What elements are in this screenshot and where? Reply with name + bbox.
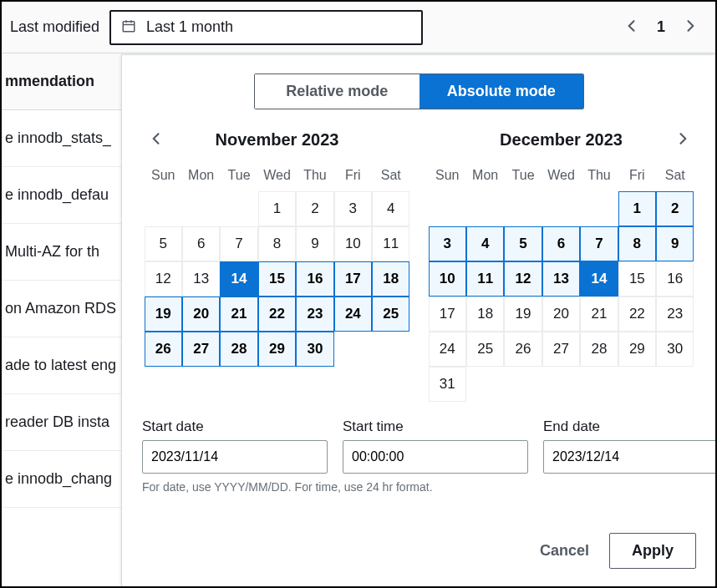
day-of-week-label: Mon xyxy=(466,161,504,191)
calendar-day[interactable]: 9 xyxy=(296,226,333,261)
calendar-day[interactable]: 10 xyxy=(334,226,372,261)
calendar-day[interactable]: 7 xyxy=(220,226,257,261)
calendar-left: November 2023 SunMonTueWedThuFriSat 1234… xyxy=(145,124,410,402)
row-text: reader DB insta xyxy=(5,413,109,431)
calendar-day[interactable]: 27 xyxy=(542,332,580,367)
calendar-icon xyxy=(121,18,136,36)
calendar-day[interactable]: 6 xyxy=(542,226,580,261)
page-prev-button[interactable] xyxy=(620,14,643,40)
calendar-empty-cell xyxy=(580,191,618,226)
calendar-day[interactable]: 28 xyxy=(580,332,618,367)
calendar-day[interactable]: 5 xyxy=(145,226,182,261)
calendar-day[interactable]: 23 xyxy=(296,297,333,332)
calendar-empty-cell xyxy=(372,332,409,367)
calendar-day[interactable]: 27 xyxy=(182,332,220,367)
calendar-day[interactable]: 1 xyxy=(258,191,296,226)
calendar-empty-cell xyxy=(145,191,182,226)
calendar-day[interactable]: 4 xyxy=(372,191,409,226)
day-of-week-label: Sun xyxy=(429,161,466,191)
calendar-day[interactable]: 25 xyxy=(466,332,504,367)
calendar-day[interactable]: 24 xyxy=(334,297,372,332)
calendar-day[interactable]: 31 xyxy=(429,367,466,402)
calendar-day[interactable]: 4 xyxy=(466,226,504,261)
calendar-empty-cell xyxy=(504,191,542,226)
calendar-day[interactable]: 2 xyxy=(656,191,694,226)
calendar-day[interactable]: 30 xyxy=(296,332,333,367)
calendar-day[interactable]: 26 xyxy=(504,332,542,367)
calendar-day[interactable]: 28 xyxy=(220,332,257,367)
row-text: e innodb_stats_ xyxy=(5,129,111,147)
calendar-day[interactable]: 3 xyxy=(334,191,372,226)
calendar-day[interactable]: 25 xyxy=(372,297,409,332)
calendar-day[interactable]: 19 xyxy=(504,297,542,332)
apply-button[interactable]: Apply xyxy=(609,533,696,569)
calendar-day[interactable]: 15 xyxy=(258,261,296,297)
relative-mode-button[interactable]: Relative mode xyxy=(255,74,420,109)
start-date-input[interactable] xyxy=(142,440,328,474)
calendar-day[interactable]: 20 xyxy=(182,297,220,332)
day-of-week-label: Fri xyxy=(334,161,372,191)
cancel-button[interactable]: Cancel xyxy=(540,542,589,560)
calendar-day[interactable]: 3 xyxy=(429,226,466,261)
calendar-day[interactable]: 7 xyxy=(580,226,618,261)
calendar-empty-cell xyxy=(656,367,694,402)
end-date-label: End date xyxy=(543,418,717,435)
calendar-empty-cell xyxy=(542,367,580,402)
calendar-empty-cell xyxy=(580,367,618,402)
calendar-day[interactable]: 13 xyxy=(542,261,580,297)
calendar-right: December 2023 SunMonTueWedThuFriSat 1234… xyxy=(429,124,694,402)
date-filter-input[interactable]: Last 1 month xyxy=(109,10,423,45)
calendar-day[interactable]: 16 xyxy=(656,261,694,297)
calendar-day[interactable]: 2 xyxy=(296,191,333,226)
calendar-day[interactable]: 21 xyxy=(580,297,618,332)
calendar-day[interactable]: 22 xyxy=(618,297,656,332)
calendar-day[interactable]: 11 xyxy=(372,226,409,261)
calendar-day[interactable]: 12 xyxy=(145,261,182,297)
calendar-day[interactable]: 17 xyxy=(334,261,372,297)
start-time-label: Start time xyxy=(343,418,528,435)
calendar-day[interactable]: 8 xyxy=(618,226,656,261)
calendar-day[interactable]: 30 xyxy=(656,332,694,367)
calendar-day[interactable]: 14 xyxy=(580,261,618,297)
day-of-week-label: Tue xyxy=(220,161,257,191)
calendar-day[interactable]: 18 xyxy=(466,297,504,332)
calendar-empty-cell xyxy=(618,367,656,402)
calendar-day[interactable]: 1 xyxy=(618,191,656,226)
calendar-day[interactable]: 29 xyxy=(258,332,296,367)
calendar-right-title: December 2023 xyxy=(500,130,623,150)
calendar-day[interactable]: 22 xyxy=(258,297,296,332)
calendar-left-title: November 2023 xyxy=(216,130,339,150)
calendar-day[interactable]: 13 xyxy=(182,261,220,297)
absolute-mode-button[interactable]: Absolute mode xyxy=(420,74,584,109)
calendar-day[interactable]: 14 xyxy=(220,261,257,297)
calendar-day[interactable]: 23 xyxy=(656,297,694,332)
calendar-day[interactable]: 24 xyxy=(429,332,466,367)
page-next-button[interactable] xyxy=(679,14,702,40)
calendar-empty-cell xyxy=(466,367,504,402)
calendar-day[interactable]: 5 xyxy=(504,226,542,261)
calendar-day[interactable]: 8 xyxy=(258,226,296,261)
calendar-day[interactable]: 6 xyxy=(182,226,220,261)
day-of-week-label: Mon xyxy=(182,161,220,191)
calendar-day[interactable]: 21 xyxy=(220,297,257,332)
calendar-day[interactable]: 26 xyxy=(145,332,182,367)
calendar-next-button[interactable] xyxy=(671,127,694,153)
day-of-week-label: Sat xyxy=(656,161,694,191)
calendar-day[interactable]: 16 xyxy=(296,261,333,297)
calendar-day[interactable]: 18 xyxy=(372,261,409,297)
calendar-day[interactable]: 11 xyxy=(466,261,504,297)
calendar-day[interactable]: 15 xyxy=(618,261,656,297)
calendar-day[interactable]: 17 xyxy=(429,297,466,332)
calendar-day[interactable]: 10 xyxy=(429,261,466,297)
row-text: ade to latest eng xyxy=(5,357,116,374)
calendar-day[interactable]: 19 xyxy=(145,297,182,332)
end-date-input[interactable] xyxy=(543,440,717,474)
calendar-day[interactable]: 29 xyxy=(618,332,656,367)
mode-toggle: Relative mode Absolute mode xyxy=(254,74,584,109)
calendar-day[interactable]: 20 xyxy=(542,297,580,332)
date-filter-text: Last 1 month xyxy=(146,18,233,36)
calendar-day[interactable]: 12 xyxy=(504,261,542,297)
calendar-prev-button[interactable] xyxy=(145,127,168,153)
start-time-input[interactable] xyxy=(343,440,528,474)
calendar-day[interactable]: 9 xyxy=(656,226,694,261)
